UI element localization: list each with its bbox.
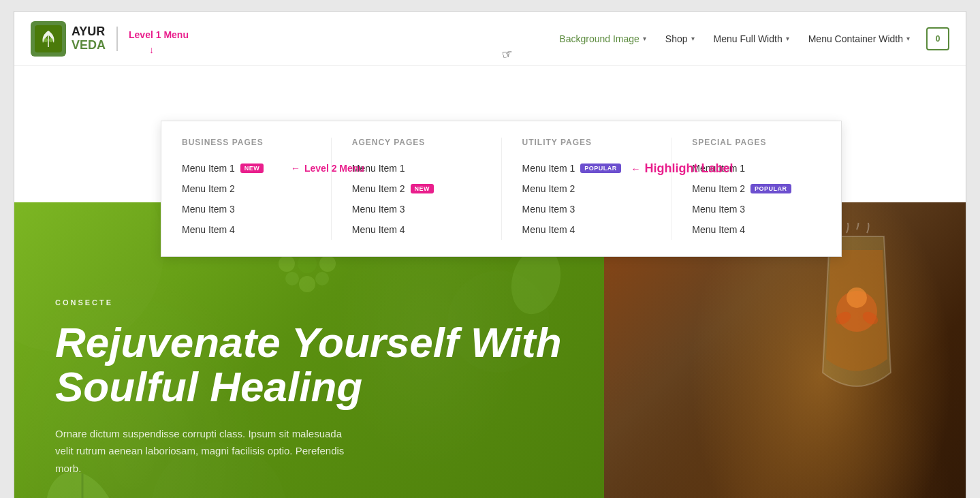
level1-annotation-label: Level 1 Menu xyxy=(129,29,189,40)
mega-item-label: Menu Item 4 xyxy=(692,224,745,235)
mega-item-label: Menu Item 3 xyxy=(692,204,745,215)
mega-item-label: Menu Item 1 xyxy=(182,163,235,174)
nav-item-shop[interactable]: Shop ▾ xyxy=(656,12,704,66)
mega-col-utility: UTILITY PAGES Menu Item 1 POPULAR ← High… xyxy=(502,138,672,240)
svg-point-8 xyxy=(279,255,295,272)
cart-count: 0 xyxy=(936,34,941,44)
mega-item[interactable]: Menu Item 2 POPULAR xyxy=(692,178,821,199)
chevron-down-icon: ▾ xyxy=(786,35,789,42)
navbar: AYUR VEDA Level 1 Menu ↓ Level 0 Menu → … xyxy=(14,12,966,66)
chevron-down-icon: ▾ xyxy=(691,35,695,42)
page-wrapper: AYUR VEDA Level 1 Menu ↓ Level 0 Menu → … xyxy=(14,11,966,498)
nav-item-label: Shop xyxy=(665,33,688,44)
mega-item[interactable]: Menu Item 2 xyxy=(522,178,651,199)
nav-item-label: Background Image xyxy=(559,33,639,44)
mega-item[interactable]: Menu Item 3 xyxy=(692,199,821,219)
mega-item[interactable]: Menu Item 4 xyxy=(692,219,821,240)
badge-new: NEW xyxy=(240,164,264,173)
mega-item[interactable]: Menu Item 3 xyxy=(352,199,481,219)
svg-point-12 xyxy=(285,272,299,285)
badge-popular: POPULAR xyxy=(750,184,791,193)
mega-item[interactable]: Menu Item 4 xyxy=(352,219,481,240)
mega-item[interactable]: Menu Item 2 NEW xyxy=(352,178,481,199)
mega-item[interactable]: Menu Item 2 xyxy=(182,178,311,199)
svg-point-2 xyxy=(49,38,53,42)
col-title-agency: AGENCY PAGES xyxy=(352,138,481,147)
mega-item[interactable]: Menu Item 4 xyxy=(522,219,651,240)
mega-item[interactable]: Menu Item 1 xyxy=(352,158,481,178)
nav-item-container-width[interactable]: Menu Container Width ▾ xyxy=(799,12,919,66)
mega-col-special: SPECIAL PAGES Menu Item 1 Menu Item 2 PO… xyxy=(671,138,841,240)
svg-point-7 xyxy=(299,276,315,292)
badge-popular: POPULAR xyxy=(580,164,621,173)
mega-col-business: BUSINESS PAGES Menu Item 1 NEW ← Level 2… xyxy=(161,138,332,240)
col-title-utility: UTILITY PAGES xyxy=(522,138,651,147)
hero-description: Ornare dictum suspendisse corrupti class… xyxy=(55,425,355,478)
nav-item-background-image[interactable]: Background Image ▾ xyxy=(550,12,656,66)
mega-item-label: Menu Item 1 xyxy=(692,163,745,174)
logo-icon xyxy=(31,21,66,57)
mega-col-agency: AGENCY PAGES Menu Item 1 Menu Item 2 NEW… xyxy=(332,138,502,240)
mega-item-label: Menu Item 3 xyxy=(522,204,575,215)
svg-point-14 xyxy=(298,254,317,273)
svg-point-1 xyxy=(44,38,48,42)
mega-item-label: Menu Item 2 xyxy=(352,183,405,194)
nav-item-label: Menu Container Width xyxy=(808,33,903,44)
logo-text: AYUR VEDA xyxy=(72,25,106,52)
mega-item[interactable]: Menu Item 1 POPULAR ← Highlight Label xyxy=(522,158,651,178)
level1-down-arrow: ↓ xyxy=(149,44,154,55)
svg-point-13 xyxy=(315,272,329,285)
mega-item-label: Menu Item 2 xyxy=(182,183,235,194)
chevron-down-icon: ▾ xyxy=(906,35,910,42)
cursor-indicator: ☞ xyxy=(501,46,514,63)
col-title-special: SPECIAL PAGES xyxy=(692,138,821,147)
mega-item-label: Menu Item 2 xyxy=(522,183,575,194)
mega-item-label: Menu Item 1 xyxy=(522,163,575,174)
mega-item-label: Menu Item 4 xyxy=(522,224,575,235)
mega-item-label: Menu Item 4 xyxy=(182,224,235,235)
mega-item-label: Menu Item 2 xyxy=(692,183,745,194)
mega-item-label: Menu Item 3 xyxy=(352,204,405,215)
col-title-business: BUSINESS PAGES xyxy=(182,138,311,147)
nav-menu: Level 0 Menu → Background Image ▾ Shop ▾… xyxy=(550,12,949,66)
mega-item[interactable]: Menu Item 3 xyxy=(522,199,651,219)
cart-button[interactable]: 0 xyxy=(926,27,949,50)
mega-item[interactable]: Menu Item 4 xyxy=(182,219,311,240)
logo[interactable]: AYUR VEDA xyxy=(31,21,106,57)
chevron-down-icon: ▾ xyxy=(643,35,646,42)
hero-title: Rejuvenate Yourself With Soulful Healing xyxy=(55,320,563,409)
mega-menu: BUSINESS PAGES Menu Item 1 NEW ← Level 2… xyxy=(161,121,842,257)
mega-item[interactable]: Menu Item 1 xyxy=(692,158,821,178)
hero-badge: CONSECTE xyxy=(55,298,563,307)
nav-item-full-width[interactable]: Menu Full Width ▾ xyxy=(704,12,799,66)
nav-item-label: Menu Full Width xyxy=(714,33,783,44)
svg-point-16 xyxy=(847,287,867,308)
mega-item-label: Menu Item 1 xyxy=(352,163,405,174)
badge-new: NEW xyxy=(411,184,434,193)
mega-item-label: Menu Item 4 xyxy=(352,224,405,235)
nav-divider xyxy=(116,27,118,51)
mega-item[interactable]: Menu Item 3 xyxy=(182,199,311,219)
svg-point-9 xyxy=(319,255,336,272)
mega-item[interactable]: Menu Item 1 NEW ← Level 2 Menu xyxy=(182,158,311,178)
mega-item-label: Menu Item 3 xyxy=(182,204,235,215)
